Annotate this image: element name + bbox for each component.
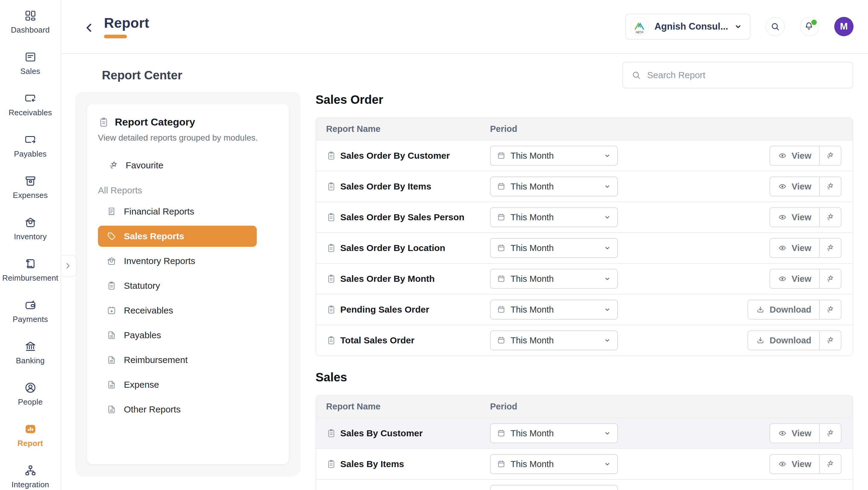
table-row-sales-order-by-location: Sales Order By LocationThis MonthView	[316, 232, 852, 263]
calendar-icon	[497, 305, 506, 314]
row-actions: View	[770, 238, 841, 258]
chevron-down-icon	[603, 275, 611, 283]
category-list: Financial ReportsSales ReportsInventory …	[98, 199, 278, 422]
period-select[interactable]: This Month	[490, 269, 618, 289]
action-split-button: Download	[747, 330, 841, 350]
chevron-right-icon	[64, 262, 72, 270]
notifications-button[interactable]	[800, 17, 819, 36]
star-sparkle-icon	[826, 305, 835, 314]
sidebar-item-inventory[interactable]: Inventory	[0, 208, 61, 249]
sidebar-item-reimbursement[interactable]: Reimbursement	[0, 249, 61, 291]
sidebar-item-report[interactable]: Report	[0, 414, 61, 456]
category-item-payables[interactable]: Payables	[98, 323, 257, 348]
view-button[interactable]: View	[770, 269, 819, 288]
action-split-button: View	[770, 207, 841, 227]
column-header-report-name: Report Name	[326, 402, 490, 411]
table-header-row: Report NamePeriod	[316, 396, 852, 417]
star-sparkle-icon	[826, 336, 835, 345]
all-reports-label: All Reports	[98, 182, 278, 199]
file-icon	[106, 330, 117, 340]
sidebar-item-label: Reimbursement	[2, 273, 58, 283]
sidebar-item-expenses[interactable]: Expenses	[0, 167, 61, 208]
category-item-expense[interactable]: Expense	[98, 372, 257, 397]
category-item-statutory[interactable]: Statutory	[98, 273, 257, 298]
favourite-toggle-button[interactable]	[819, 269, 841, 288]
report-name-cell: Sales Order By Month	[326, 273, 490, 284]
favourite-toggle-button[interactable]	[819, 331, 841, 350]
user-avatar[interactable]: M	[834, 17, 854, 36]
row-actions: View	[770, 454, 841, 474]
favourite-toggle-button[interactable]	[819, 300, 841, 319]
sidebar-expand-button[interactable]	[59, 255, 76, 277]
sidebar-item-receivables[interactable]: Receivables	[0, 84, 61, 125]
sidebar-item-payables[interactable]: Payables	[0, 125, 61, 167]
period-select[interactable]: This Month	[490, 423, 618, 443]
receipt-icon	[106, 206, 117, 217]
report-name: Sales By Customer	[340, 428, 423, 438]
sidebar-item-label: Banking	[16, 356, 44, 365]
row-actions: Download	[747, 330, 841, 350]
period-select[interactable]: This Month	[490, 454, 618, 474]
action-label: Download	[770, 305, 811, 315]
category-item-label: Payables	[124, 330, 161, 340]
category-item-receivables[interactable]: Receivables	[98, 298, 257, 323]
category-item-label: Receivables	[124, 305, 173, 316]
bank-icon	[24, 340, 37, 353]
table-row-pending-sales-order: Pending Sales OrderThis MonthDownload	[316, 294, 852, 325]
category-item-inventory-reports[interactable]: Inventory Reports	[98, 249, 257, 273]
favourite-toggle-button[interactable]	[819, 424, 841, 443]
download-button[interactable]: Download	[748, 300, 819, 319]
sales-doc-icon	[24, 51, 37, 63]
period-select[interactable]: This Month	[490, 176, 618, 196]
category-item-label: Financial Reports	[124, 206, 194, 217]
favourite-toggle-button[interactable]	[819, 146, 841, 165]
view-button[interactable]: View	[770, 177, 819, 196]
category-item-reimbursement[interactable]: Reimbursement	[98, 348, 257, 372]
sidebar-item-people[interactable]: People	[0, 373, 61, 414]
period-select[interactable]: This Month	[490, 330, 618, 350]
sidebar-item-label: Payments	[13, 315, 48, 324]
report-name-cell: Sales Order By Location	[326, 243, 490, 253]
favourite-toggle-button[interactable]	[819, 208, 841, 227]
action-label: View	[792, 212, 811, 222]
report-name: Sales Order By Customer	[340, 150, 450, 161]
action-split-button: Download	[747, 299, 841, 319]
sidebar-item-sales[interactable]: Sales	[0, 42, 61, 84]
star-sparkle-icon	[826, 212, 835, 222]
category-item-other-reports[interactable]: Other Reports	[98, 397, 257, 422]
sidebar-item-integration[interactable]: Integration	[0, 456, 61, 490]
wallet-icon	[24, 299, 37, 311]
view-button[interactable]: View	[770, 208, 819, 227]
star-sparkle-icon	[826, 151, 835, 161]
view-button[interactable]: View	[770, 239, 819, 257]
report-sections: Sales OrderReport NamePeriodSales Order …	[315, 92, 853, 490]
sidebar-item-label: Sales	[20, 67, 40, 76]
sidebar-item-payments[interactable]: Payments	[0, 291, 61, 332]
global-search-button[interactable]	[766, 17, 785, 36]
download-icon	[756, 305, 765, 314]
sidebar-item-banking[interactable]: Banking	[0, 332, 61, 373]
table-row-total-sales-order: Total Sales OrderThis MonthDownload	[316, 325, 852, 355]
chevron-left-icon	[83, 22, 96, 34]
view-button[interactable]: View	[770, 455, 819, 473]
favourite-toggle-button[interactable]	[819, 455, 841, 473]
favourite-toggle-button[interactable]	[819, 177, 841, 196]
back-button[interactable]	[83, 22, 96, 34]
company-selector[interactable]: agrya Agnish Consul...	[625, 13, 750, 39]
report-center-content: Report Center Report Category View detai…	[61, 54, 868, 490]
report-search-input[interactable]	[647, 70, 844, 80]
period-select[interactable]	[490, 485, 618, 490]
view-button[interactable]: View	[770, 146, 819, 165]
report-category-panel: Report Category View detailed reports gr…	[75, 92, 301, 477]
sidebar-item-dashboard[interactable]: Dashboard	[0, 1, 61, 42]
period-select[interactable]: This Month	[490, 238, 618, 258]
period-select[interactable]: This Month	[490, 207, 618, 227]
favourite-filter[interactable]: Favourite	[98, 156, 278, 175]
favourite-toggle-button[interactable]	[819, 239, 841, 257]
download-button[interactable]: Download	[748, 331, 819, 350]
period-select[interactable]: This Month	[490, 299, 618, 319]
category-item-sales-reports[interactable]: Sales Reports	[98, 226, 257, 247]
view-button[interactable]: View	[770, 424, 819, 443]
category-item-financial-reports[interactable]: Financial Reports	[98, 199, 257, 224]
period-select[interactable]: This Month	[490, 146, 618, 166]
